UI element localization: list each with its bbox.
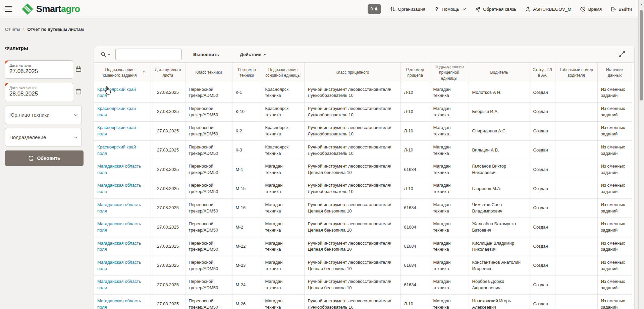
breadcrumb-parent[interactable]: Отчеты xyxy=(5,27,20,32)
nav-time[interactable]: Время xyxy=(580,6,602,12)
division-link[interactable]: Красноярский край поля xyxy=(97,87,136,98)
actions-menu-button[interactable]: Действия xyxy=(240,52,267,57)
search-options-button[interactable] xyxy=(100,51,111,57)
cell-waybill-date: 27.08.2025 xyxy=(151,160,185,179)
cell-data-source: Из сменных заданий xyxy=(597,295,632,309)
column-header-tech-class[interactable]: Класс техники xyxy=(185,63,232,83)
cell-data-source: Из сменных заданий xyxy=(597,160,632,179)
division-link[interactable]: Магаданская область поля xyxy=(97,202,141,213)
cell-waybill-date: 27.08.2025 xyxy=(151,83,185,102)
cell-tech-class: Переносной трекер/ADM50 xyxy=(185,83,232,102)
column-header-trailer-class[interactable]: Класс прицепного xyxy=(304,63,400,83)
cell-main-unit-division: Магадан техника xyxy=(262,295,304,309)
cell-personnel-number xyxy=(555,121,597,140)
report-region: Выполнить Действия Подразделение сменног… xyxy=(94,46,635,309)
cell-driver: Молотков А Н. xyxy=(469,83,530,102)
division-link[interactable]: Магаданская область поля xyxy=(97,241,141,252)
refresh-button[interactable]: Обновить xyxy=(5,150,84,166)
cell-trailer-regnum: 61684 xyxy=(400,218,430,237)
top-bar: Smartagro 0 Организация Помощь xyxy=(0,0,644,18)
column-header-data-source[interactable]: Источник данных xyxy=(597,63,632,83)
cell-driver: Спиридонов А.С. xyxy=(469,121,530,140)
date-end-field[interactable]: Дата окончания 28.08.2025 xyxy=(5,83,73,101)
column-header-waybill-date[interactable]: Дата путевого листа xyxy=(151,63,185,83)
cell-personnel-number xyxy=(555,218,597,237)
scroll-down-indicator[interactable]: ▼ xyxy=(633,303,635,307)
cell-tech-class: Переносной трекер/ADM50 xyxy=(185,198,232,218)
vertical-scrollbar[interactable]: ▲ xyxy=(638,0,644,309)
column-header-tech-regnum[interactable]: Регномер техники xyxy=(232,63,262,83)
cell-personnel-number xyxy=(555,160,597,179)
division-link[interactable]: Магаданская область поля xyxy=(97,221,141,233)
column-header-main-unit-division[interactable]: Подразделение основной единицы xyxy=(262,63,304,83)
cell-shift-task-division: Красноярский край поля xyxy=(94,121,151,140)
column-header-trailer-regnum[interactable]: Регномер прицепа xyxy=(400,63,430,83)
question-icon xyxy=(434,6,439,12)
legal-entity-select[interactable]: Юр.лицо техники xyxy=(5,106,82,124)
cell-waybill-date: 27.08.2025 xyxy=(151,179,185,198)
bell-icon xyxy=(374,7,378,11)
nav-help[interactable]: Помощь xyxy=(434,6,466,12)
division-link[interactable]: Магаданская область поля xyxy=(97,279,141,290)
cell-trailer-regnum: Л-10 xyxy=(400,295,430,309)
table-row: Магаданская область поля27.08.2025Перено… xyxy=(94,198,632,218)
scrollbar-up-arrow[interactable]: ▲ xyxy=(639,3,644,6)
division-link[interactable]: Красноярский край поля xyxy=(97,125,136,136)
cell-trailer-class: Ручной инструмент лесовосстановителя/ Це… xyxy=(304,198,400,218)
column-header-shift-task-division[interactable]: Подразделение сменного задания xyxy=(94,63,151,83)
cell-shift-task-division: Магаданская область поля xyxy=(94,179,151,198)
cell-trailer-unit-division: Магадан техника xyxy=(430,198,469,218)
column-label: Регномер техники xyxy=(235,67,259,79)
cell-trailer-unit-division: Магадан техника xyxy=(430,256,469,275)
scrollbar-thumb[interactable] xyxy=(640,10,643,101)
division-link[interactable]: Магаданская область поля xyxy=(97,260,141,271)
chevron-down-icon xyxy=(263,53,267,56)
column-header-driver[interactable]: Водитель xyxy=(469,63,530,83)
cell-personnel-number xyxy=(555,295,597,309)
cell-shift-task-division: Красноярский край поля xyxy=(94,141,151,160)
execute-button[interactable]: Выполнить xyxy=(193,52,219,57)
division-link[interactable]: Красноярский край поля xyxy=(97,106,136,117)
notifications-button[interactable]: 0 xyxy=(368,4,381,14)
cell-tech-class: Переносной трекер/ADM50 xyxy=(185,256,232,275)
cell-trailer-class: Ручной инструмент лесовосстановителя/ Це… xyxy=(304,256,400,275)
nav-feedback[interactable]: Обратная связь xyxy=(475,6,516,12)
logo-text: Smartagro xyxy=(36,4,80,14)
date-start-field[interactable]: Дата начала 27.08.2025 xyxy=(5,60,73,79)
cell-waybill-date: 27.08.2025 xyxy=(151,218,185,237)
nav-organization[interactable]: Организация xyxy=(390,6,425,12)
table-header: Подразделение сменного заданияДата путев… xyxy=(94,63,632,83)
cell-data-source: Из сменных заданий xyxy=(597,83,632,102)
cell-driver: Галсанов Виктор Николаевич xyxy=(469,160,530,179)
cell-trailer-regnum: 61684 xyxy=(400,237,430,256)
division-select[interactable]: Подразделение xyxy=(5,128,82,146)
column-header-waybill-status[interactable]: Статус ПЛ в АА xyxy=(530,63,555,83)
refresh-label: Обновить xyxy=(37,156,60,161)
calendar-icon[interactable] xyxy=(75,88,83,96)
cell-personnel-number xyxy=(555,179,597,198)
division-link[interactable]: Магаданская область поля xyxy=(97,164,141,175)
nav-logout[interactable]: Выйти xyxy=(610,6,632,12)
cell-tech-regnum: М-16 xyxy=(232,198,262,218)
cell-driver: Норбоев Доржо Аюржанаевич xyxy=(469,275,530,295)
division-link[interactable]: Красноярский край поля xyxy=(97,144,136,156)
nav-user[interactable]: ASHURBEGOV_M xyxy=(525,6,571,12)
hamburger-menu-icon[interactable] xyxy=(5,5,14,13)
cell-trailer-unit-division: Магадан техника xyxy=(430,102,469,121)
cell-tech-regnum: М-23 xyxy=(232,256,262,275)
table-row: Красноярский край поля27.08.2025Переносн… xyxy=(94,141,632,160)
division-link[interactable]: Магаданская область поля xyxy=(97,298,141,309)
cell-shift-task-division: Магаданская область поля xyxy=(94,218,151,237)
calendar-icon[interactable] xyxy=(75,66,83,73)
cell-driver: Чимытов Саян Владимирович xyxy=(469,198,530,218)
maximize-region-icon[interactable] xyxy=(618,50,627,59)
column-header-trailer-unit-division[interactable]: Подразделение прицепной единицы xyxy=(430,63,469,83)
division-link[interactable]: Магаданская область поля xyxy=(97,183,141,194)
cell-data-source: Из сменных заданий xyxy=(597,179,632,198)
cell-main-unit-division: Магадан техника xyxy=(262,275,304,295)
column-header-personnel-number[interactable]: Табельный номер водителя xyxy=(555,63,597,83)
cell-waybill-date: 27.08.2025 xyxy=(151,141,185,160)
cell-driver: Бебрыш И.А. xyxy=(469,102,530,121)
search-input[interactable] xyxy=(115,49,182,60)
cell-shift-task-division: Магаданская область поля xyxy=(94,256,151,275)
